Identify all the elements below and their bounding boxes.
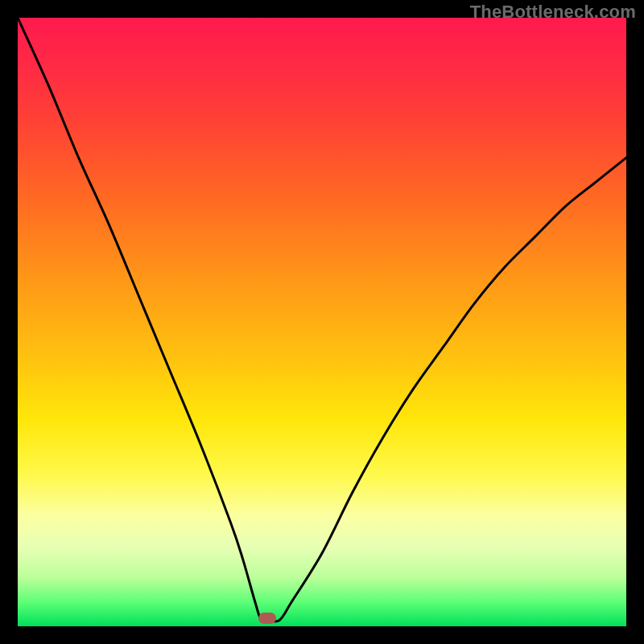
chart-gradient-background [18, 18, 626, 626]
watermark-text: TheBottleneck.com [470, 2, 636, 23]
optimal-point-marker [258, 613, 276, 624]
chart-frame: TheBottleneck.com [0, 0, 644, 644]
